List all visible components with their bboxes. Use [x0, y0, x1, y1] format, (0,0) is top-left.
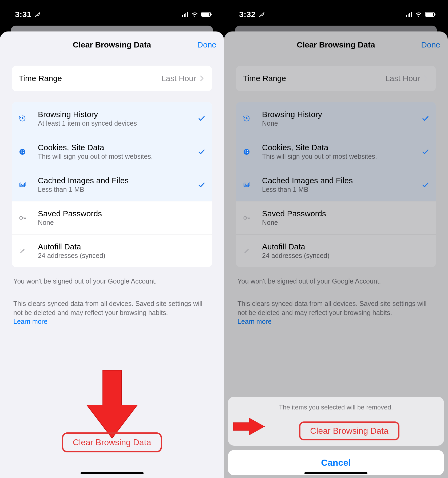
chevron-right-icon	[422, 75, 429, 82]
clear-browsing-data-button[interactable]: Clear Browsing Data	[62, 432, 162, 452]
footnote-signout: You won't be signed out of your Google A…	[237, 277, 434, 286]
item-title: Autofill Data	[262, 242, 415, 251]
time-range-group: Time Range Last Hour	[12, 66, 212, 91]
item-subtitle: This will sign you out of most websites.	[38, 153, 191, 160]
history-icon	[19, 115, 38, 122]
time-range-group: Time Range Last Hour	[236, 66, 436, 91]
check-icon	[191, 115, 205, 122]
item-title: Autofill Data	[38, 242, 191, 251]
action-sheet-message: The items you selected will be removed.	[228, 397, 444, 417]
location-icon	[34, 11, 41, 18]
battery-icon	[201, 11, 212, 18]
item-cached[interactable]: Cached Images and Files Less than 1 MB	[236, 168, 436, 201]
image-icon	[243, 181, 262, 189]
data-items-group: Browsing History At least 1 item on sync…	[12, 102, 212, 267]
item-subtitle: Less than 1 MB	[38, 186, 191, 193]
time-range-row[interactable]: Time Range Last Hour	[236, 66, 436, 91]
done-button[interactable]: Done	[421, 31, 440, 58]
svg-marker-27	[87, 370, 137, 438]
time-range-row[interactable]: Time Range Last Hour	[12, 66, 212, 91]
item-subtitle: None	[262, 219, 415, 226]
item-cached[interactable]: Cached Images and Files Less than 1 MB	[12, 168, 212, 201]
annotation-arrow-right	[233, 417, 265, 436]
data-items-group: Browsing History None Cookies, Site Data…	[236, 102, 436, 267]
wand-icon	[19, 247, 38, 255]
signal-icon	[182, 11, 189, 17]
check-icon	[415, 182, 429, 188]
item-title: Saved Passwords	[262, 209, 415, 218]
cookie-icon	[19, 148, 38, 156]
wand-icon	[243, 247, 262, 255]
footnote-sync: This clears synced data from all devices…	[13, 299, 211, 326]
check-icon	[191, 149, 205, 155]
item-passwords[interactable]: Saved Passwords None	[236, 201, 436, 234]
item-title: Cached Images and Files	[38, 176, 191, 185]
item-autofill[interactable]: Autofill Data 24 addresses (synced)	[236, 234, 436, 267]
status-bar: 3:31	[0, 0, 224, 29]
key-icon	[243, 214, 262, 222]
wifi-icon	[415, 11, 422, 17]
page-title: Clear Browsing Data	[297, 40, 375, 49]
image-icon	[19, 181, 38, 189]
time-range-label: Time Range	[19, 74, 62, 83]
cancel-button[interactable]: Cancel	[228, 450, 444, 475]
item-subtitle: None	[38, 219, 191, 226]
item-browsing-history[interactable]: Browsing History None	[236, 102, 436, 135]
check-icon	[191, 182, 205, 188]
settings-sheet: Clear Browsing Data Done Time Range Last…	[0, 31, 224, 478]
item-autofill[interactable]: Autofill Data 24 addresses (synced)	[12, 234, 212, 267]
item-browsing-history[interactable]: Browsing History At least 1 item on sync…	[12, 102, 212, 135]
item-title: Cookies, Site Data	[38, 143, 191, 152]
item-subtitle: Less than 1 MB	[262, 186, 415, 193]
item-passwords[interactable]: Saved Passwords None	[12, 201, 212, 234]
location-icon	[258, 11, 265, 18]
action-sheet: The items you selected will be removed. …	[228, 397, 444, 475]
learn-more-link[interactable]: Learn more	[237, 318, 272, 325]
item-subtitle: 24 addresses (synced)	[38, 252, 191, 260]
time-range-value: Last Hour	[385, 74, 420, 83]
status-bar: 3:32	[224, 0, 448, 29]
check-icon	[415, 115, 429, 122]
svg-marker-28	[233, 418, 265, 435]
annotation-arrow-down	[85, 370, 139, 440]
item-title: Saved Passwords	[38, 209, 191, 218]
item-title: Cached Images and Files	[262, 176, 415, 185]
history-icon	[243, 115, 262, 122]
item-subtitle: 24 addresses (synced)	[262, 252, 415, 260]
nav-bar: Clear Browsing Data Done	[0, 31, 224, 58]
item-title: Cookies, Site Data	[262, 143, 415, 152]
status-time: 3:32	[239, 10, 256, 19]
item-title: Browsing History	[38, 110, 191, 119]
page-title: Clear Browsing Data	[73, 40, 151, 49]
signal-icon	[406, 11, 413, 17]
nav-bar: Clear Browsing Data Done	[224, 31, 448, 58]
home-indicator[interactable]	[81, 472, 144, 474]
learn-more-link[interactable]: Learn more	[13, 318, 47, 325]
item-cookies[interactable]: Cookies, Site Data This will sign you ou…	[236, 135, 436, 168]
item-cookies[interactable]: Cookies, Site Data This will sign you ou…	[12, 135, 212, 168]
settings-sheet: Clear Browsing Data Done Time Range Last…	[224, 31, 448, 478]
key-icon	[19, 214, 38, 222]
home-indicator[interactable]	[304, 472, 367, 474]
cookie-icon	[243, 148, 262, 156]
item-subtitle: This will sign you out of most websites.	[262, 153, 415, 160]
wifi-icon	[191, 11, 198, 17]
check-icon	[415, 149, 429, 155]
item-subtitle: None	[262, 120, 415, 127]
confirm-clear-button[interactable]: Clear Browsing Data	[299, 421, 399, 440]
time-range-value: Last Hour	[161, 74, 196, 83]
time-range-label: Time Range	[243, 74, 286, 83]
item-subtitle: At least 1 item on synced devices	[38, 120, 191, 127]
footnote-sync: This clears synced data from all devices…	[237, 299, 434, 326]
battery-icon	[425, 11, 436, 18]
status-time: 3:31	[15, 10, 31, 19]
chevron-right-icon	[198, 75, 205, 82]
item-title: Browsing History	[262, 110, 415, 119]
footnote-signout: You won't be signed out of your Google A…	[13, 277, 211, 286]
done-button[interactable]: Done	[197, 31, 216, 58]
